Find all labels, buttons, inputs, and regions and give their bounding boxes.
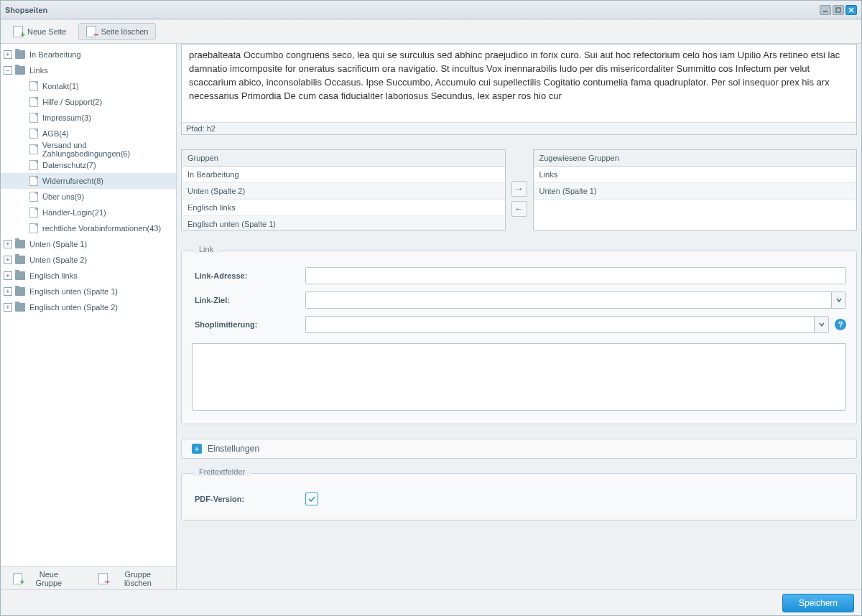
content: praebalteata Occumbo congruens seco, lea… [177, 44, 861, 589]
tree-toggle-icon[interactable]: + [4, 303, 12, 312]
freitext-panel: Freitextfelder PDF-Version: [181, 473, 857, 521]
tree-folder-label: Englisch unten (Spalte 2) [29, 303, 118, 312]
tree[interactable]: +In Bearbeitung−LinksKontakt(1)Hilfe / S… [1, 44, 176, 566]
tree-folder[interactable]: −Links [1, 62, 176, 78]
tree-folder-label: Englisch links [29, 271, 78, 280]
toolbar: Neue Seite Seite löschen [1, 19, 861, 44]
tree-folder[interactable]: +Unten (Spalte 2) [1, 252, 176, 268]
tree-toggle-icon[interactable]: + [4, 50, 12, 59]
page-icon [29, 207, 38, 218]
shoplimit-label: Shoplimitierung: [192, 320, 305, 329]
tree-toggle-icon[interactable]: + [4, 287, 12, 296]
tree-folder-label: Englisch unten (Spalte 1) [29, 287, 118, 296]
new-group-button[interactable]: Neue Gruppe [5, 570, 79, 587]
tree-page[interactable]: Versand und Zahlungsbedingungen(6) [1, 141, 176, 157]
tree-folder-label: Unten (Spalte 2) [29, 256, 87, 264]
tree-page-label: Versand und Zahlungsbedingungen(6) [42, 141, 176, 158]
group-item[interactable]: In Bearbeitung [182, 167, 505, 183]
link-address-input[interactable] [305, 267, 846, 284]
page-icon [29, 223, 38, 233]
link-address-label: Link-Adresse: [192, 271, 305, 280]
link-textarea[interactable] [192, 343, 846, 411]
sidebar-toolbar: Neue Gruppe Gruppe löschen [1, 566, 176, 589]
window-title: Shopseiten [5, 6, 47, 14]
minimize-button[interactable] [820, 5, 831, 15]
page-icon [29, 81, 38, 91]
pdf-row: PDF-Version: [192, 493, 846, 505]
help-icon[interactable]: ? [835, 319, 846, 330]
new-page-button[interactable]: Neue Seite [5, 23, 74, 40]
chevron-down-icon[interactable] [831, 292, 845, 308]
tree-folder[interactable]: +Unten (Spalte 1) [1, 236, 176, 252]
chevron-down-icon[interactable] [814, 317, 828, 332]
tree-page-label: Widerrufsrecht(8) [42, 177, 103, 185]
tree-toggle-icon[interactable]: + [4, 256, 12, 264]
link-panel: Link Link-Adresse: Link-Ziel: Shoplim [181, 251, 857, 424]
tree-page[interactable]: rechtliche Vorabinformationen(43) [1, 220, 176, 236]
tree-page[interactable]: Impressum(3) [1, 110, 176, 126]
tree-toggle-icon[interactable]: + [4, 271, 12, 280]
shoplimit-combo[interactable] [305, 316, 829, 333]
folder-icon [15, 287, 25, 296]
group-item[interactable]: Unten (Spalte 1) [534, 183, 857, 200]
folder-icon [15, 66, 25, 75]
maximize-button[interactable] [833, 5, 844, 15]
tree-folder[interactable]: +Englisch unten (Spalte 1) [1, 284, 176, 299]
page-icon [29, 113, 38, 123]
available-groups-list[interactable]: In BearbeitungUnten (Spalte 2)Englisch l… [182, 167, 505, 230]
folder-icon [15, 271, 25, 280]
tree-folder[interactable]: +Englisch links [1, 268, 176, 284]
group-item[interactable]: Links [534, 167, 857, 183]
tree-toggle-icon[interactable]: + [4, 240, 12, 248]
tree-page[interactable]: Widerrufsrecht(8) [1, 173, 176, 189]
sidebar: +In Bearbeitung−LinksKontakt(1)Hilfe / S… [1, 44, 177, 589]
shoplimit-row: Shoplimitierung: ? [192, 316, 846, 333]
tree-page-label: Datenschutz(7) [42, 161, 96, 169]
move-right-button[interactable]: → [511, 181, 527, 197]
expand-icon[interactable]: + [192, 444, 202, 454]
available-groups-panel: Gruppen In BearbeitungUnten (Spalte 2)En… [181, 149, 506, 230]
group-item[interactable]: Englisch unten (Spalte 1) [182, 216, 505, 230]
tree-page[interactable]: Datenschutz(7) [1, 157, 176, 173]
assigned-groups-list[interactable]: LinksUnten (Spalte 1) [534, 167, 857, 230]
tree-page[interactable]: Kontakt(1) [1, 78, 176, 94]
tree-folder[interactable]: +In Bearbeitung [1, 47, 176, 62]
assigned-groups-panel: Zugewiesene Gruppen LinksUnten (Spalte 1… [533, 149, 858, 230]
tree-page-label: Händler-Login(21) [42, 208, 106, 217]
pdf-checkbox[interactable] [305, 493, 318, 505]
link-target-combo[interactable] [305, 291, 846, 309]
link-target-input[interactable] [306, 292, 831, 308]
tree-toggle-icon[interactable]: − [4, 66, 12, 75]
page-icon [29, 97, 38, 107]
folder-icon [15, 50, 25, 59]
tree-page[interactable]: Händler-Login(21) [1, 205, 176, 220]
shoplimit-input[interactable] [306, 317, 814, 332]
close-button[interactable] [845, 5, 857, 15]
tree-page[interactable]: Über uns(9) [1, 189, 176, 205]
rte-path: Pfad: h2 [182, 122, 856, 134]
link-address-row: Link-Adresse: [192, 267, 846, 284]
rte-text[interactable]: praebalteata Occumbo congruens seco, lea… [182, 45, 856, 122]
content-scroll[interactable]: praebalteata Occumbo congruens seco, lea… [177, 44, 861, 589]
group-transfer-controls: → ← [511, 149, 527, 230]
folder-icon [15, 256, 25, 264]
move-left-button[interactable]: ← [511, 201, 527, 217]
rte-box: praebalteata Occumbo congruens seco, lea… [181, 44, 857, 135]
settings-panel: + Einstellungen [181, 439, 857, 459]
tree-folder-label: Links [29, 66, 48, 75]
svg-rect-1 [836, 8, 840, 12]
group-item[interactable]: Unten (Spalte 2) [182, 183, 505, 200]
tree-page[interactable]: AGB(4) [1, 126, 176, 141]
save-button[interactable]: Speichern [782, 594, 854, 612]
tree-folder-label: In Bearbeitung [29, 50, 81, 59]
group-item[interactable]: Englisch links [182, 200, 505, 216]
window-controls [820, 5, 857, 15]
delete-group-button[interactable]: Gruppe löschen [91, 570, 172, 587]
tree-page[interactable]: Hilfe / Support(2) [1, 94, 176, 110]
tree-page-label: AGB(4) [42, 129, 69, 138]
pdf-label: PDF-Version: [192, 495, 305, 503]
tree-folder[interactable]: +Englisch unten (Spalte 2) [1, 299, 176, 315]
page-icon [29, 160, 38, 170]
delete-page-button[interactable]: Seite löschen [78, 23, 156, 40]
tree-page-label: Kontakt(1) [42, 82, 79, 90]
